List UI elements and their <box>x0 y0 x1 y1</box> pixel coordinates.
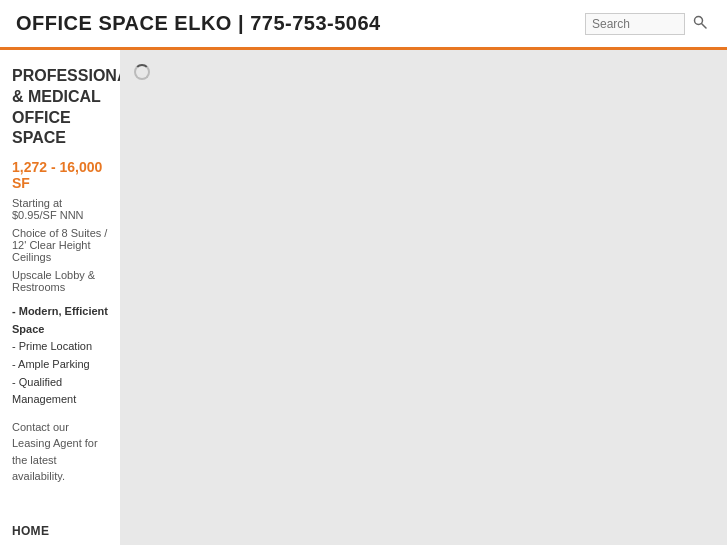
bullet-3: - Qualified Management <box>12 376 76 406</box>
sidebar-lobby: Upscale Lobby & Restrooms <box>12 269 108 293</box>
sidebar-contact-text: Contact our Leasing Agent for the latest… <box>12 419 108 485</box>
nav-menu: HOMECONTACT1ST FLOOR2ND FLOOREXECUTIVE O… <box>0 517 120 545</box>
search-container <box>585 13 711 35</box>
sidebar-size: 1,272 - 16,000 SF <box>12 159 108 191</box>
search-button[interactable] <box>689 13 711 34</box>
sidebar: PROFESSIONAL & MEDICAL OFFICE SPACE 1,27… <box>0 50 120 545</box>
svg-line-1 <box>702 24 707 29</box>
sidebar-main-title: PROFESSIONAL & MEDICAL OFFICE SPACE <box>12 66 108 149</box>
bullet-1: - Prime Location <box>12 340 92 352</box>
page-layout: PROFESSIONAL & MEDICAL OFFICE SPACE 1,27… <box>0 50 727 545</box>
loading-spinner <box>134 64 150 80</box>
site-title: OFFICE SPACE ELKO | 775-753-5064 <box>16 12 381 35</box>
search-icon <box>693 15 707 29</box>
sidebar-price: Starting at $0.95/SF NNN <box>12 197 108 221</box>
sidebar-nav: HOMECONTACT1ST FLOOR2ND FLOOREXECUTIVE O… <box>0 517 120 545</box>
bullet-2: - Ample Parking <box>12 358 90 370</box>
sidebar-content: PROFESSIONAL & MEDICAL OFFICE SPACE 1,27… <box>0 66 120 517</box>
sidebar-feature: Choice of 8 Suites / 12' Clear Height Ce… <box>12 227 108 263</box>
main-content <box>120 50 727 545</box>
nav-link-home[interactable]: HOME <box>0 517 120 545</box>
search-input[interactable] <box>585 13 685 35</box>
sidebar-bullets: - Modern, Efficient Space - Prime Locati… <box>12 303 108 409</box>
site-header: OFFICE SPACE ELKO | 775-753-5064 <box>0 0 727 50</box>
nav-item-home: HOME <box>0 517 120 545</box>
bullet-0: - Modern, Efficient Space <box>12 303 108 338</box>
